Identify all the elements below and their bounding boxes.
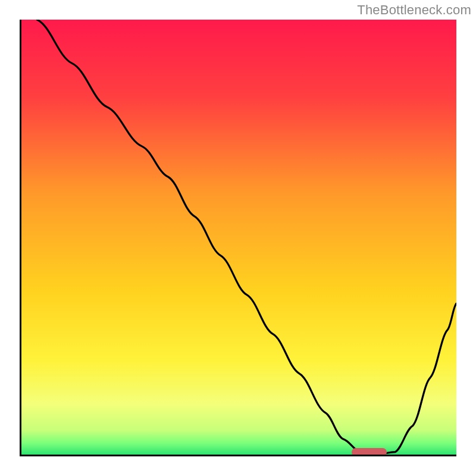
watermark-text: TheBottleneck.com: [357, 2, 471, 18]
chart-container: TheBottleneck.com: [0, 0, 476, 476]
axes-frame: [20, 20, 456, 456]
